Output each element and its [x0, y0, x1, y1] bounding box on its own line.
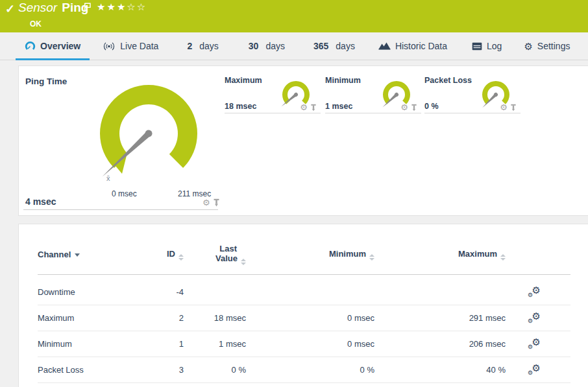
tab-30-days[interactable]: 30 days	[249, 32, 285, 60]
cell-minimum	[246, 275, 374, 305]
tab-label: Historic Data	[395, 41, 447, 51]
tab-overview[interactable]: Overview	[16, 32, 90, 60]
table-row: Ping Time 0 4 msec 0 msec 211 msec ⚙⚙	[38, 383, 570, 387]
table-row: Packet Loss 3 0 % 0 % 40 % ⚙⚙	[38, 357, 570, 383]
sensor-header: ✓ SensorPing ★★★☆☆ OK	[0, 0, 588, 32]
tab-settings[interactable]: ⚙ Settings	[524, 32, 570, 60]
tab-historic-data[interactable]: Historic Data	[378, 32, 447, 60]
mini-gauge-label: Maximum	[225, 76, 262, 85]
column-label: Channel	[38, 250, 71, 259]
column-label: Last	[219, 244, 246, 253]
sort-icon	[369, 254, 374, 261]
gauge-toolbar: ⚙	[300, 103, 317, 111]
gear-icon[interactable]: ⚙	[300, 103, 308, 111]
pin-icon[interactable]	[310, 104, 317, 111]
cell-id: 2	[148, 305, 184, 331]
gear-icon: ⚙	[524, 42, 532, 51]
channel-settings-icon[interactable]: ⚙⚙	[528, 364, 541, 374]
column-header-actions	[506, 224, 570, 275]
mini-gauge-minimum: Minimum 1 msec ⚙	[325, 75, 421, 113]
main-gauge-title: Ping Time	[25, 76, 67, 86]
channel-settings-icon[interactable]: ⚙⚙	[528, 286, 541, 296]
sensor-kind-label: Sensor	[18, 1, 57, 14]
pin-icon[interactable]	[213, 198, 220, 207]
gauge-toolbar: ⚙	[400, 103, 417, 111]
mini-gauge-value: 0 %	[424, 102, 439, 111]
mini-gauge-label: Packet Loss	[424, 76, 472, 85]
mini-gauge-packet-loss: Packet Loss 0 % ⚙	[424, 75, 521, 113]
star-empty-icons[interactable]: ☆☆	[127, 1, 147, 12]
tab-label: Log	[487, 41, 502, 51]
cell-id: 0	[148, 383, 184, 387]
tab-365-days[interactable]: 365 days	[313, 32, 355, 60]
gauge-scale-max: 211 msec	[178, 189, 211, 198]
tab-number: 365	[313, 41, 328, 51]
sort-icon	[178, 254, 184, 261]
tab-2-days[interactable]: 2 days	[187, 32, 218, 60]
table-row: Downtime -4 ⚙⚙	[38, 275, 570, 305]
gauge-toolbar: ⚙	[202, 198, 220, 207]
cell-maximum: 206 msec	[374, 331, 506, 357]
star-filled-icons[interactable]: ★★★	[97, 1, 127, 12]
cell-channel: Maximum	[38, 305, 148, 331]
cell-maximum: 211 msec	[374, 383, 506, 387]
pin-icon[interactable]	[510, 104, 517, 111]
cell-maximum: 40 %	[374, 357, 506, 383]
gear-icon[interactable]: ⚙	[500, 103, 508, 111]
cell-channel: Downtime	[38, 275, 148, 305]
cell-channel: Packet Loss	[38, 357, 148, 383]
cell-actions: ⚙⚙	[506, 383, 570, 387]
cell-id: 3	[148, 357, 184, 383]
cell-last-value: 4 msec	[184, 383, 246, 387]
gear-icon[interactable]: ⚙	[400, 103, 408, 111]
column-header-last-value[interactable]: Last Value	[184, 224, 246, 275]
mini-gauge-value: 18 msec	[225, 102, 256, 111]
cell-actions: ⚙⚙	[506, 331, 570, 357]
column-header-channel[interactable]: Channel	[38, 224, 148, 275]
gauge-icon	[25, 41, 36, 51]
log-list-icon	[472, 42, 482, 51]
mini-gauge-maximum: Maximum 18 msec ⚙	[225, 75, 321, 113]
channel-settings-icon[interactable]: ⚙⚙	[528, 312, 541, 322]
channel-settings-icon[interactable]: ⚙⚙	[528, 338, 541, 348]
gauges-panel: Ping Time x̄ 0 msec 211 msec 4 msec ⚙ Ma…	[18, 65, 588, 216]
tab-label: Live Data	[120, 41, 158, 51]
cell-last-value: 0 %	[184, 357, 246, 383]
tab-label: days	[199, 41, 219, 51]
cell-actions: ⚙⚙	[506, 275, 570, 305]
cell-id: 1	[148, 331, 184, 357]
priority-flag-icon	[83, 3, 92, 12]
divider	[23, 209, 218, 210]
prtg-sensor-page: { "colors": { "brand_green": "#b5c716", …	[0, 0, 588, 387]
channels-panel: Channel ID Last Value Minimum Maximum Do…	[18, 224, 588, 387]
column-header-maximum[interactable]: Maximum	[374, 224, 506, 275]
tab-live-data[interactable]: Live Data	[103, 32, 158, 60]
pin-icon[interactable]	[411, 104, 417, 111]
status-ok-check-icon: ✓	[5, 2, 15, 16]
mini-gauge-value: 1 msec	[325, 102, 352, 111]
tab-number: 30	[249, 41, 259, 51]
cell-last-value	[184, 275, 246, 305]
cell-last-value: 18 msec	[184, 305, 246, 331]
page-title: SensorPing	[18, 1, 88, 15]
cell-minimum: 0 msec	[246, 383, 374, 387]
cell-maximum	[374, 275, 506, 305]
table-header-row: Channel ID Last Value Minimum Maximum	[38, 224, 570, 275]
column-header-id[interactable]: ID	[148, 224, 184, 275]
average-marker: x̄	[106, 174, 110, 182]
cell-actions: ⚙⚙	[506, 305, 570, 331]
gear-icon[interactable]: ⚙	[202, 198, 210, 207]
sort-desc-icon	[75, 253, 80, 257]
ping-time-gauge: x̄ 0 msec 211 msec	[80, 82, 218, 202]
cell-id: -4	[148, 275, 184, 305]
area-chart-icon	[378, 41, 391, 51]
column-label: Maximum	[458, 249, 497, 259]
tab-log[interactable]: Log	[472, 32, 502, 60]
column-header-minimum[interactable]: Minimum	[246, 224, 374, 275]
tab-label: Overview	[40, 41, 80, 51]
gauge-toolbar: ⚙	[500, 103, 517, 111]
tab-number: 2	[187, 41, 192, 51]
cell-last-value: 1 msec	[184, 331, 246, 357]
cell-minimum: 0 %	[246, 357, 374, 383]
priority-stars[interactable]: ★★★☆☆	[97, 1, 147, 13]
